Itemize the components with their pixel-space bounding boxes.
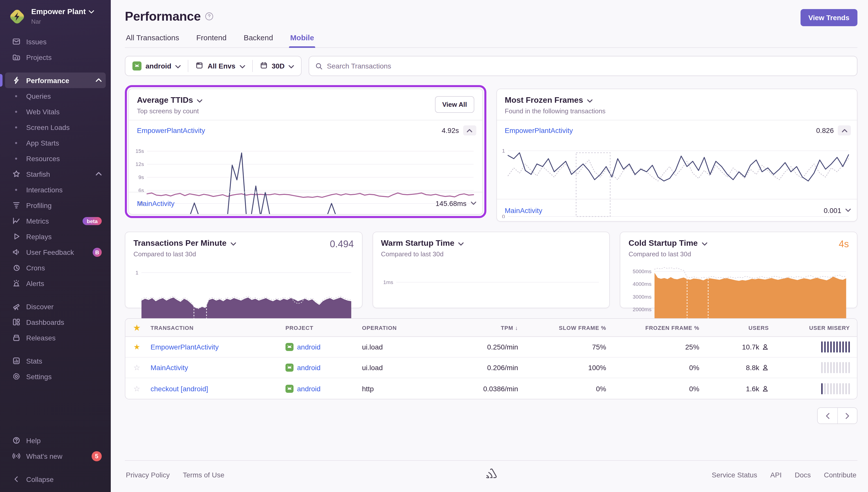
tour-highlight-ring: Average TTIDs Top screens by count View … (125, 85, 486, 218)
table-row[interactable]: ☆ MainActivity android ui.load 0.206/min… (125, 358, 857, 378)
sidebar-item-stats[interactable]: Stats (5, 353, 106, 369)
view-trends-button[interactable]: View Trends (800, 9, 858, 26)
service-status-link[interactable]: Service Status (712, 471, 757, 479)
table-row[interactable]: ★ EmpowerPlantActivity android ui.load 0… (125, 337, 857, 358)
sidebar-item-screen-loads[interactable]: Screen Loads (5, 119, 106, 135)
sidebar-item-alerts[interactable]: Alerts (5, 275, 106, 291)
users-cell: 8.8k (705, 364, 774, 372)
sentry-logo-icon[interactable] (484, 467, 499, 483)
star-icon[interactable]: ★ (125, 323, 146, 332)
next-page-button[interactable] (837, 408, 857, 423)
transaction-link[interactable]: EmpowerPlantActivity (505, 126, 573, 134)
star-filled-icon[interactable]: ★ (125, 342, 146, 351)
chevron-down-icon[interactable] (458, 239, 464, 248)
sort-desc-icon: ↓ (515, 324, 518, 330)
sidebar-item-queries[interactable]: Queries (5, 88, 106, 104)
sidebar-item-help[interactable]: Help (5, 433, 106, 448)
sidebar-item-interactions[interactable]: Interactions (5, 182, 106, 197)
sidebar-item-issues[interactable]: Issues (5, 34, 106, 49)
project-link[interactable]: android (297, 343, 321, 351)
tab-all-transactions[interactable]: All Transactions (125, 33, 180, 47)
col-frozen-frame[interactable]: FROZEN FRAME % (611, 324, 705, 330)
transaction-link[interactable]: MainActivity (151, 364, 188, 372)
tpm-title[interactable]: Transactions Per Minute (133, 239, 227, 248)
project-link[interactable]: android (297, 385, 321, 393)
star-outline-icon[interactable]: ☆ (125, 363, 146, 372)
star-outline-icon[interactable]: ☆ (125, 384, 146, 393)
sidebar-item-dashboards[interactable]: Dashboards (5, 314, 106, 330)
sidebar-item-crons[interactable]: Crons (5, 260, 106, 275)
warm-startup-title[interactable]: Warm Startup Time (381, 239, 454, 248)
sidebar-item-replays[interactable]: Replays (5, 229, 106, 244)
project-filter[interactable]: android (125, 62, 188, 71)
chevron-down-icon[interactable] (197, 96, 203, 105)
avg-ttid-title[interactable]: Average TTIDs (137, 96, 193, 105)
sidebar-item-whats-new[interactable]: What's new5 (5, 448, 106, 464)
tab-mobile[interactable]: Mobile (289, 33, 315, 47)
date-range-filter[interactable]: 30D (253, 61, 301, 71)
users-cell: 10.7k (705, 343, 774, 351)
sidebar-item-performance[interactable]: Performance (5, 73, 106, 88)
docs-link[interactable]: Docs (795, 471, 811, 479)
table-row[interactable]: ☆ checkout [android] android http 0.0386… (125, 378, 857, 399)
project-link[interactable]: android (297, 364, 321, 372)
frozen-frames-title[interactable]: Most Frozen Frames (505, 96, 583, 105)
transaction-link[interactable]: EmpowerPlantActivity (151, 343, 219, 351)
collapse-row-button[interactable] (838, 125, 851, 136)
chevron-down-icon[interactable] (587, 96, 593, 105)
col-operation[interactable]: OPERATION (357, 324, 440, 330)
col-user-misery[interactable]: USER MISERY (774, 324, 857, 330)
sidebar-item-projects[interactable]: Projects (5, 49, 106, 65)
prev-page-button[interactable] (818, 408, 837, 423)
transaction-link[interactable]: MainActivity (137, 199, 175, 207)
help-circle-icon[interactable] (205, 12, 213, 21)
cold-startup-title[interactable]: Cold Startup Time (629, 239, 698, 248)
tab-backend[interactable]: Backend (243, 33, 274, 47)
expand-row-button[interactable] (845, 208, 851, 212)
sidebar-item-web-vitals[interactable]: Web Vitals (5, 104, 106, 119)
environment-filter[interactable]: All Envs (188, 61, 252, 71)
sidebar-item-starfish[interactable]: Starfish (5, 166, 106, 182)
chevron-down-icon[interactable] (231, 239, 236, 248)
cold-startup-subtitle: Compared to last 30d (629, 250, 707, 258)
privacy-policy-link[interactable]: Privacy Policy (126, 471, 170, 479)
transaction-link[interactable]: MainActivity (505, 206, 542, 214)
sidebar-item-discover[interactable]: Discover (5, 299, 106, 314)
col-transaction[interactable]: TRANSACTION (146, 324, 280, 330)
expand-row-button[interactable] (470, 201, 476, 205)
sidebar-item-label: Dashboards (26, 318, 102, 326)
sidebar-item-profiling[interactable]: Profiling (5, 197, 106, 213)
org-meta: Empower Plant Nar (31, 7, 95, 26)
view-all-button[interactable]: View All (435, 96, 474, 113)
org-name: Empower Plant (31, 7, 86, 16)
sidebar-item-label: Help (26, 436, 102, 444)
org-switcher[interactable]: Empower Plant Nar (0, 0, 111, 32)
col-project[interactable]: PROJECT (280, 324, 357, 330)
transaction-link[interactable]: EmpowerPlantActivity (137, 126, 205, 134)
frozen-frames-subtitle: Found in the following transactions (505, 107, 849, 115)
svg-text:4000ms: 4000ms (633, 281, 652, 287)
misery-bar (833, 341, 835, 352)
sidebar-item-resources[interactable]: Resources (5, 151, 106, 166)
frozen-frame-cell: 0% (611, 385, 705, 393)
sidebar-item-collapse[interactable]: Collapse (5, 471, 106, 487)
terms-of-use-link[interactable]: Terms of Use (183, 471, 224, 479)
col-slow-frame[interactable]: SLOW FRAME % (523, 324, 611, 330)
col-tpm[interactable]: TPM ↓ (440, 324, 523, 330)
sidebar-item-app-starts[interactable]: App Starts (5, 135, 106, 151)
search-input[interactable] (327, 62, 851, 70)
badge: B (93, 247, 102, 256)
sidebar-item-user-feedback[interactable]: User FeedbackB (5, 244, 106, 260)
tab-frontend[interactable]: Frontend (195, 33, 228, 47)
collapse-row-button[interactable] (463, 125, 476, 136)
frozen-frames-chart: 10 (497, 141, 857, 199)
api-link[interactable]: API (770, 471, 782, 479)
transaction-link[interactable]: checkout [android] (151, 385, 208, 393)
sidebar-item-metrics[interactable]: Metricsbeta (5, 213, 106, 229)
sidebar-item-label: App Starts (26, 139, 102, 147)
sidebar-item-settings[interactable]: Settings (5, 369, 106, 384)
col-users[interactable]: USERS (705, 324, 774, 330)
sidebar-item-releases[interactable]: Releases (5, 330, 106, 345)
chevron-down-icon[interactable] (702, 239, 707, 248)
contribute-link[interactable]: Contribute (824, 471, 857, 479)
